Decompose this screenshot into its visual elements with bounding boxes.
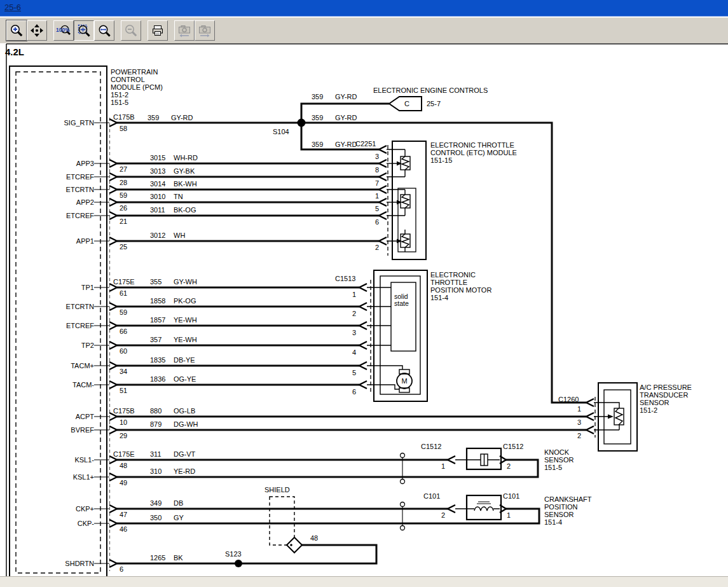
pcm-connector-label: C175E: [113, 278, 135, 286]
toolbar-strip: 100%: [0, 17, 728, 44]
print-button[interactable]: [148, 20, 168, 41]
etc-pin-number: 5: [370, 205, 379, 212]
pcm-signal-label: KSL1+: [29, 473, 94, 481]
splice-label: S104: [273, 128, 289, 135]
ac-pin-number: 1: [572, 405, 581, 413]
wire-label: 3015WH-RD: [150, 154, 198, 162]
motor-pin-number: 4: [347, 349, 356, 356]
wire-label: 879DG-WH: [150, 420, 198, 428]
pcm-signal-label: APP2: [29, 198, 94, 206]
connector-label: C1260: [558, 396, 579, 403]
pcm-signal-label: CKP+: [29, 505, 94, 513]
connector-label: C1512: [421, 443, 441, 450]
ckp-pin-number: 1: [507, 511, 511, 519]
shield-dashed-box: [270, 497, 294, 545]
pcm-pin-number: 66: [120, 328, 127, 335]
fit-page-button[interactable]: [74, 20, 94, 41]
motor-pin-number: 5: [347, 369, 356, 376]
knock-pin-number: 2: [507, 462, 511, 470]
fit-width-button[interactable]: [94, 20, 114, 41]
wire-label: 311DG-VT: [150, 450, 195, 458]
pcm-signal-label: TACM+: [29, 362, 94, 369]
connector-label: C2251: [355, 140, 376, 148]
pcm-connector-label: C175B: [113, 407, 135, 415]
pcm-pin-number: 46: [120, 525, 127, 533]
pcm-signal-label: ETCREF: [29, 212, 94, 219]
next-diagram-button[interactable]: [195, 20, 215, 41]
pcm-pin-number: 10: [120, 418, 127, 426]
camera-left-icon: [177, 24, 192, 38]
wire-label: 880OG-LB: [150, 407, 195, 415]
pcm-pin-number: 34: [120, 368, 127, 375]
ckp-sensor-title: CRANKSHAFT POSITION SENSOR 151-4: [544, 495, 592, 526]
pcm-pin-number: 27: [120, 165, 127, 173]
zoom-100-button[interactable]: 100%: [53, 20, 74, 41]
splice-s104-dot: [298, 119, 306, 127]
etc-module-title: ELECTRONIC THROTTLE CONTROL (ETC) MODULE…: [430, 141, 517, 164]
connector-label: C1512: [503, 443, 523, 450]
zoom-out-button[interactable]: [121, 20, 141, 41]
horizontal-scroll-area[interactable]: [0, 576, 728, 587]
wire-label: 1836OG-YE: [150, 375, 196, 383]
ac-sensor-title: A/C PRESSURE TRANSDUCER SENSOR 151-2: [640, 383, 692, 414]
wire-label: 1858PK-OG: [150, 297, 196, 305]
pcm-pin-number: 48: [120, 462, 127, 469]
pcm-signal-label: TP2: [29, 342, 94, 349]
motor-pin-number: 2: [347, 310, 356, 317]
pcm-pin-number: 21: [120, 218, 127, 225]
shield-termination-symbol: [287, 537, 302, 553]
knock-pin-number: 1: [441, 462, 445, 470]
fit-width-icon: [97, 24, 111, 38]
pcm-signal-label: APP1: [29, 237, 94, 245]
pcm-signal-label: SIG_RTN: [29, 119, 94, 127]
motor-letter: M: [400, 377, 409, 385]
pan-button[interactable]: [27, 20, 47, 41]
print-icon: [151, 24, 165, 38]
splice-label: S123: [225, 550, 242, 558]
previous-diagram-button[interactable]: [174, 20, 195, 41]
pcm-signal-label: ETCRTN: [29, 303, 94, 310]
pcm-pin-number: 60: [120, 347, 127, 355]
pcm-pin-number: 51: [120, 387, 127, 394]
knock-sensor-title: KNOCK SENSOR 151-5: [544, 448, 573, 471]
pcm-pin-number: 59: [120, 308, 127, 316]
pcm-pin-number: 26: [120, 204, 127, 212]
pcm-signal-label: BVREF: [29, 426, 94, 434]
ac-pin-number: 3: [572, 418, 581, 426]
throttle-motor-title: ELECTRONIC THROTTLE POSITION MOTOR 151-4: [430, 271, 491, 301]
wire-label: 1835DB-YE: [150, 356, 195, 364]
pcm-signal-label: ETCREF: [29, 322, 94, 329]
wire-label: 359GY-RD: [312, 141, 357, 148]
pcm-signal-label: SHDRTN: [29, 560, 94, 567]
wire-label: 350GY: [150, 514, 184, 521]
etc-pin-number: 2: [370, 244, 379, 251]
zoom-100-icon: 100%: [56, 24, 71, 38]
connector-label: C1513: [335, 275, 355, 282]
window-titlebar: 25-6: [0, 0, 728, 17]
ckp-pin-number: 2: [441, 511, 445, 519]
wire-label: 1265BK: [150, 554, 183, 562]
wire-label: 355GY-WH: [150, 278, 197, 286]
zoom-in-button[interactable]: [6, 20, 27, 41]
diagram-canvas[interactable]: 4.2L POWERTRAIN CONTROL MODULE (PCM) 151…: [0, 43, 728, 576]
fit-page-icon: [77, 24, 91, 38]
eec-title: ELECTRONIC ENGINE CONTROLS: [373, 86, 488, 94]
pcm-signal-label: ETCRTN: [29, 186, 94, 193]
svg-text:100%: 100%: [56, 26, 70, 32]
pcm-pin-number: 59: [120, 191, 127, 199]
motor-pin-number: 3: [347, 329, 356, 336]
etc-pin-number: 3: [370, 153, 379, 160]
etc-pin-number: 6: [370, 218, 379, 226]
pcm-pin-number: 28: [120, 179, 127, 186]
splice-s123-dot: [235, 560, 242, 567]
zoom-out-icon: [124, 24, 138, 38]
wire-label: 3010TN: [150, 193, 183, 200]
wiring-schematic-drawing: [0, 43, 728, 576]
zoom-in-icon: [10, 24, 24, 38]
pcm-signal-label: KSL1-: [29, 456, 94, 464]
wire-label: 3012WH: [150, 231, 185, 239]
pcm-signal-label: ACPT: [29, 413, 94, 420]
wire-label: 3014BK-WH: [150, 180, 197, 188]
pcm-pin-number: 6: [120, 565, 123, 573]
pcm-pin-number: 29: [120, 432, 127, 439]
